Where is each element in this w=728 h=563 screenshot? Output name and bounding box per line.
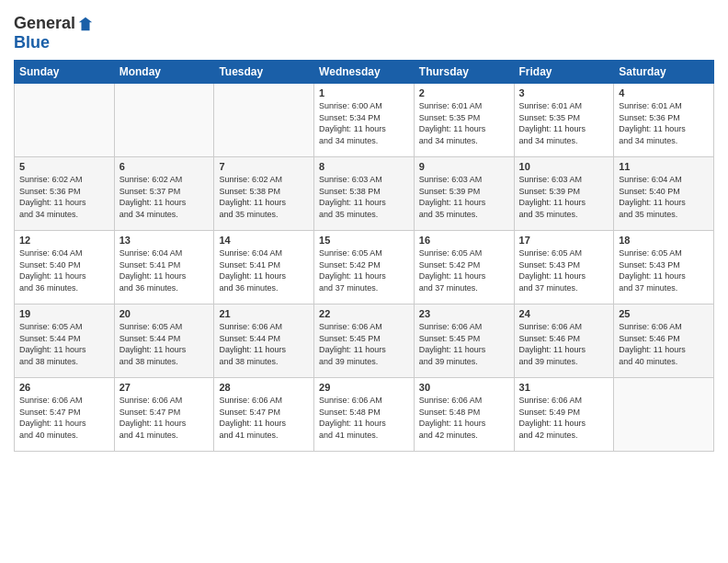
day-info: Sunrise: 6:05 AM Sunset: 5:44 PM Dayligh… [19,321,109,367]
day-info: Sunrise: 6:06 AM Sunset: 5:47 PM Dayligh… [19,395,109,441]
calendar-cell: 18Sunrise: 6:05 AM Sunset: 5:43 PM Dayli… [614,231,714,304]
header-tuesday: Tuesday [214,61,314,84]
day-number: 18 [619,235,709,246]
header-saturday: Saturday [614,61,714,84]
day-info: Sunrise: 6:06 AM Sunset: 5:45 PM Dayligh… [319,321,409,367]
logo: General Blue [14,14,94,52]
calendar-cell: 23Sunrise: 6:06 AM Sunset: 5:45 PM Dayli… [414,304,514,378]
day-number: 29 [319,382,409,393]
week-row-0: 1Sunrise: 6:00 AM Sunset: 5:34 PM Daylig… [15,84,714,157]
day-info: Sunrise: 6:06 AM Sunset: 5:47 PM Dayligh… [119,395,210,441]
header-sunday: Sunday [15,61,115,84]
header-thursday: Thursday [414,61,514,84]
day-number: 2 [419,87,509,98]
day-number: 12 [19,235,109,246]
calendar-header: SundayMondayTuesdayWednesdayThursdayFrid… [15,61,714,84]
day-number: 8 [319,161,409,172]
calendar-cell: 4Sunrise: 6:01 AM Sunset: 5:36 PM Daylig… [614,84,714,157]
calendar-body: 1Sunrise: 6:00 AM Sunset: 5:34 PM Daylig… [15,84,714,452]
week-row-2: 12Sunrise: 6:04 AM Sunset: 5:40 PM Dayli… [15,231,714,304]
calendar-cell: 8Sunrise: 6:03 AM Sunset: 5:38 PM Daylig… [314,157,415,231]
day-number: 17 [519,235,609,246]
calendar-cell: 19Sunrise: 6:05 AM Sunset: 5:44 PM Dayli… [15,304,115,378]
week-row-3: 19Sunrise: 6:05 AM Sunset: 5:44 PM Dayli… [15,304,714,378]
day-info: Sunrise: 6:06 AM Sunset: 5:48 PM Dayligh… [319,395,409,441]
calendar-cell: 15Sunrise: 6:05 AM Sunset: 5:42 PM Dayli… [314,231,415,304]
day-number: 23 [419,308,509,319]
day-info: Sunrise: 6:05 AM Sunset: 5:42 PM Dayligh… [319,247,409,293]
day-info: Sunrise: 6:06 AM Sunset: 5:46 PM Dayligh… [519,321,609,367]
day-number: 13 [119,235,210,246]
day-number: 3 [519,87,609,98]
day-number: 26 [19,382,109,393]
calendar-table: SundayMondayTuesdayWednesdayThursdayFrid… [14,60,714,452]
calendar-cell: 14Sunrise: 6:04 AM Sunset: 5:41 PM Dayli… [214,231,314,304]
calendar-cell: 3Sunrise: 6:01 AM Sunset: 5:35 PM Daylig… [514,84,614,157]
day-number: 6 [119,161,210,172]
calendar-cell: 16Sunrise: 6:05 AM Sunset: 5:42 PM Dayli… [414,231,514,304]
logo-general: General [14,14,75,33]
calendar-cell: 13Sunrise: 6:04 AM Sunset: 5:41 PM Dayli… [114,231,214,304]
day-info: Sunrise: 6:03 AM Sunset: 5:39 PM Dayligh… [419,174,509,220]
day-info: Sunrise: 6:06 AM Sunset: 5:45 PM Dayligh… [419,321,509,367]
calendar-cell: 20Sunrise: 6:05 AM Sunset: 5:44 PM Dayli… [114,304,214,378]
day-info: Sunrise: 6:04 AM Sunset: 5:40 PM Dayligh… [19,247,109,293]
calendar-cell [15,84,115,157]
day-number: 28 [219,382,309,393]
day-info: Sunrise: 6:05 AM Sunset: 5:43 PM Dayligh… [619,247,709,293]
calendar-cell: 31Sunrise: 6:06 AM Sunset: 5:49 PM Dayli… [514,378,614,452]
calendar-cell [114,84,214,157]
day-info: Sunrise: 6:03 AM Sunset: 5:38 PM Dayligh… [319,174,409,220]
day-number: 20 [119,308,210,319]
week-row-1: 5Sunrise: 6:02 AM Sunset: 5:36 PM Daylig… [15,157,714,231]
day-info: Sunrise: 6:01 AM Sunset: 5:35 PM Dayligh… [519,100,609,146]
day-number: 14 [219,235,309,246]
day-number: 16 [419,235,509,246]
day-info: Sunrise: 6:06 AM Sunset: 5:44 PM Dayligh… [219,321,309,367]
day-info: Sunrise: 6:04 AM Sunset: 5:40 PM Dayligh… [619,174,709,220]
calendar-cell: 22Sunrise: 6:06 AM Sunset: 5:45 PM Dayli… [314,304,415,378]
calendar-cell: 30Sunrise: 6:06 AM Sunset: 5:48 PM Dayli… [414,378,514,452]
day-number: 24 [519,308,609,319]
day-info: Sunrise: 6:06 AM Sunset: 5:49 PM Dayligh… [519,395,609,441]
day-info: Sunrise: 6:01 AM Sunset: 5:36 PM Dayligh… [619,100,709,146]
day-number: 5 [19,161,109,172]
header: General Blue [14,9,714,52]
day-number: 10 [519,161,609,172]
header-friday: Friday [514,61,614,84]
day-info: Sunrise: 6:05 AM Sunset: 5:43 PM Dayligh… [519,247,609,293]
day-number: 4 [619,87,709,98]
day-number: 11 [619,161,709,172]
day-number: 30 [419,382,509,393]
header-wednesday: Wednesday [314,61,415,84]
calendar-cell: 27Sunrise: 6:06 AM Sunset: 5:47 PM Dayli… [114,378,214,452]
day-info: Sunrise: 6:00 AM Sunset: 5:34 PM Dayligh… [319,100,409,146]
calendar-cell: 26Sunrise: 6:06 AM Sunset: 5:47 PM Dayli… [15,378,115,452]
header-monday: Monday [114,61,214,84]
day-number: 7 [219,161,309,172]
svg-marker-0 [79,17,92,29]
day-info: Sunrise: 6:05 AM Sunset: 5:42 PM Dayligh… [419,247,509,293]
week-row-4: 26Sunrise: 6:06 AM Sunset: 5:47 PM Dayli… [15,378,714,452]
day-info: Sunrise: 6:06 AM Sunset: 5:48 PM Dayligh… [419,395,509,441]
calendar-cell: 9Sunrise: 6:03 AM Sunset: 5:39 PM Daylig… [414,157,514,231]
header-row: SundayMondayTuesdayWednesdayThursdayFrid… [15,61,714,84]
calendar-cell: 21Sunrise: 6:06 AM Sunset: 5:44 PM Dayli… [214,304,314,378]
day-info: Sunrise: 6:02 AM Sunset: 5:38 PM Dayligh… [219,174,309,220]
calendar-cell: 5Sunrise: 6:02 AM Sunset: 5:36 PM Daylig… [15,157,115,231]
calendar-cell: 17Sunrise: 6:05 AM Sunset: 5:43 PM Dayli… [514,231,614,304]
day-number: 22 [319,308,409,319]
day-number: 15 [319,235,409,246]
day-info: Sunrise: 6:04 AM Sunset: 5:41 PM Dayligh… [219,247,309,293]
calendar-cell: 2Sunrise: 6:01 AM Sunset: 5:35 PM Daylig… [414,84,514,157]
day-info: Sunrise: 6:05 AM Sunset: 5:44 PM Dayligh… [119,321,210,367]
day-number: 25 [619,308,709,319]
day-number: 19 [19,308,109,319]
day-info: Sunrise: 6:02 AM Sunset: 5:36 PM Dayligh… [19,174,109,220]
day-number: 1 [319,87,409,98]
calendar-cell [214,84,314,157]
calendar-container: General Blue SundayMondayTuesdayWednesda… [0,0,728,456]
calendar-cell: 10Sunrise: 6:03 AM Sunset: 5:39 PM Dayli… [514,157,614,231]
day-info: Sunrise: 6:04 AM Sunset: 5:41 PM Dayligh… [119,247,210,293]
calendar-cell [614,378,714,452]
